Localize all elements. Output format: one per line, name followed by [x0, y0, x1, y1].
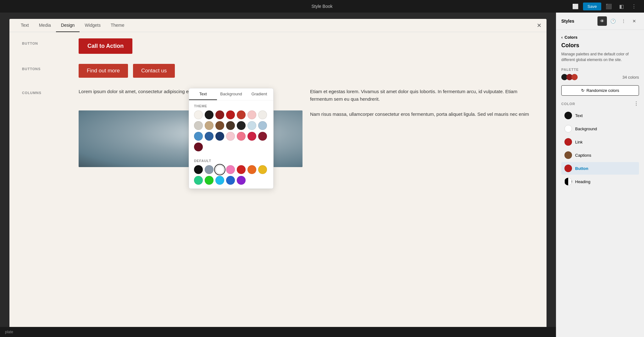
color-section-more-icon[interactable]: ⋮ — [634, 101, 639, 107]
panel-more-button[interactable]: ⋮ — [619, 16, 628, 26]
tab-text[interactable]: Text — [16, 19, 34, 32]
color-item-background[interactable]: Background — [561, 122, 639, 135]
buttons-section-label: BUTTONS — [22, 64, 79, 71]
swatch-dark-brown[interactable] — [226, 121, 235, 130]
swatch-def-gray[interactable] — [205, 165, 214, 174]
swatch-rose[interactable] — [247, 132, 256, 141]
swatch-def-green[interactable] — [205, 176, 214, 185]
color-name-text: Text — [575, 113, 583, 118]
cp-tab-text[interactable]: Text — [189, 88, 217, 100]
tab-design[interactable]: Design — [56, 19, 80, 32]
color-item-button[interactable]: Button — [561, 162, 639, 175]
eye-button[interactable]: 👁 — [597, 16, 607, 26]
half-view-btn[interactable]: ◧ — [616, 1, 626, 11]
bottom-bar-text: plate — [5, 330, 13, 334]
swatch-light-blue[interactable] — [247, 121, 256, 130]
swatch-brown[interactable] — [215, 121, 224, 130]
swatch-def-pink[interactable] — [226, 165, 235, 174]
color-swatch-link — [564, 138, 572, 146]
color-picker-popup: Text Background Gradient THEME — [189, 88, 274, 189]
tab-theme[interactable]: Theme — [106, 19, 130, 32]
cp-default-section: DEFAULT — [189, 155, 273, 188]
color-section-label: Color — [561, 102, 575, 106]
swatch-maroon[interactable] — [194, 143, 203, 151]
swatch-def-yellow[interactable] — [258, 165, 267, 174]
randomize-label: Randomize colors — [586, 88, 619, 93]
panel-header-actions: 👁 🕐 ⋮ ✕ — [597, 16, 639, 26]
swatch-def-light-blue[interactable] — [215, 176, 224, 185]
swatch-red[interactable] — [226, 110, 235, 119]
swatch-def-orange[interactable] — [247, 165, 256, 174]
cp-tab-gradient[interactable]: Gradient — [245, 88, 273, 100]
cp-theme-label: THEME — [194, 104, 268, 108]
columns-section: COLUMNS Lorem ipsum dolor sit amet, cons… — [22, 88, 534, 167]
color-item-heading[interactable]: Heading — [561, 175, 639, 188]
cta-button[interactable]: Call to Action — [79, 38, 132, 54]
button-section-content: Call to Action — [79, 38, 534, 54]
top-bar-title: Style Book — [312, 4, 333, 9]
swatch-crimson[interactable] — [237, 110, 246, 119]
panel-title: Styles — [561, 19, 597, 24]
button-section-label: BUTTON — [22, 38, 79, 45]
swatch-def-black[interactable] — [194, 165, 203, 174]
view-toggle-btn[interactable]: ⬛ — [604, 1, 614, 11]
buttons-section: BUTTONS Find out more Contact us — [22, 64, 534, 78]
top-bar: Style Book ⬜ Save ⬛ ◧ ⋮ — [0, 0, 644, 13]
stylebook-tabs: Text Media Design Widgets Theme ✕ — [9, 19, 547, 32]
stylebook-content: BUTTON Call to Action BUTTONS Find out m… — [9, 32, 547, 328]
palette-swatch-3[interactable] — [571, 74, 578, 80]
stylebook-close-button[interactable]: ✕ — [537, 22, 541, 29]
swatch-def-blue[interactable] — [226, 176, 235, 185]
history-button[interactable]: 🕐 — [608, 16, 618, 26]
buttons-section-content: Find out more Contact us — [79, 64, 534, 78]
color-name-button: Button — [575, 166, 588, 171]
swatch-dark-blue[interactable] — [205, 132, 214, 141]
color-item-text[interactable]: Text — [561, 109, 639, 122]
tab-media[interactable]: Media — [34, 19, 56, 32]
right-panel: Styles 👁 🕐 ⋮ ✕ ‹ Colors Colors Manage pa… — [556, 13, 644, 337]
swatch-pink[interactable] — [226, 132, 235, 141]
swatch-def-red[interactable] — [237, 165, 246, 174]
swatch-def-purple[interactable] — [237, 176, 246, 185]
back-arrow-icon: ‹ — [561, 35, 563, 40]
cp-theme-section: THEME — [189, 100, 273, 155]
color-name-captions: Captions — [575, 153, 591, 158]
theme-swatches — [194, 110, 268, 151]
color-name-link: Link — [575, 140, 583, 144]
randomize-button[interactable]: ↻ Randomize colors — [561, 85, 639, 96]
main-layout: Text Media Design Widgets Theme ✕ BUTTON… — [0, 13, 644, 337]
colors-panel-title: Colors — [561, 42, 639, 49]
save-button[interactable]: Save — [583, 3, 601, 10]
swatch-soft-blue[interactable] — [258, 121, 267, 130]
swatch-def-green-light[interactable] — [194, 176, 203, 185]
back-label: Colors — [564, 35, 577, 40]
color-item-captions[interactable]: Captions — [561, 149, 639, 161]
monitor-icon-btn[interactable]: ⬜ — [570, 1, 580, 11]
colors-back[interactable]: ‹ Colors — [561, 35, 639, 40]
tab-widgets[interactable]: Widgets — [80, 19, 106, 32]
swatch-dark-red[interactable] — [215, 110, 224, 119]
panel-close-button[interactable]: ✕ — [630, 16, 639, 26]
swatch-beige[interactable] — [194, 110, 203, 119]
cp-tab-background[interactable]: Background — [217, 88, 245, 100]
more-options-btn[interactable]: ⋮ — [629, 1, 639, 11]
swatch-near-black[interactable] — [237, 121, 246, 130]
colors-panel: ‹ Colors Colors Manage palettes and the … — [556, 30, 644, 337]
swatch-navy[interactable] — [215, 132, 224, 141]
swatch-black[interactable] — [205, 110, 214, 119]
swatch-dark-rose[interactable] — [258, 132, 267, 141]
column-right-bottom: Nam risus massa, ullamcorper consectetur… — [310, 110, 534, 167]
swatch-gray-beige[interactable] — [194, 121, 203, 130]
swatch-blue[interactable] — [194, 132, 203, 141]
stylebook-container: Text Media Design Widgets Theme ✕ BUTTON… — [9, 19, 547, 331]
color-picker-tabs: Text Background Gradient — [189, 88, 273, 100]
swatch-light-pink[interactable] — [247, 110, 256, 119]
swatch-def-white[interactable] — [215, 165, 224, 174]
color-item-link[interactable]: Link — [561, 136, 639, 148]
swatch-hot-pink[interactable] — [237, 132, 246, 141]
contact-us-button[interactable]: Contact us — [133, 64, 175, 78]
swatch-beige2[interactable] — [258, 110, 267, 119]
swatch-tan[interactable] — [205, 121, 214, 130]
color-swatch-heading — [564, 178, 572, 185]
find-out-more-button[interactable]: Find out more — [79, 64, 128, 78]
